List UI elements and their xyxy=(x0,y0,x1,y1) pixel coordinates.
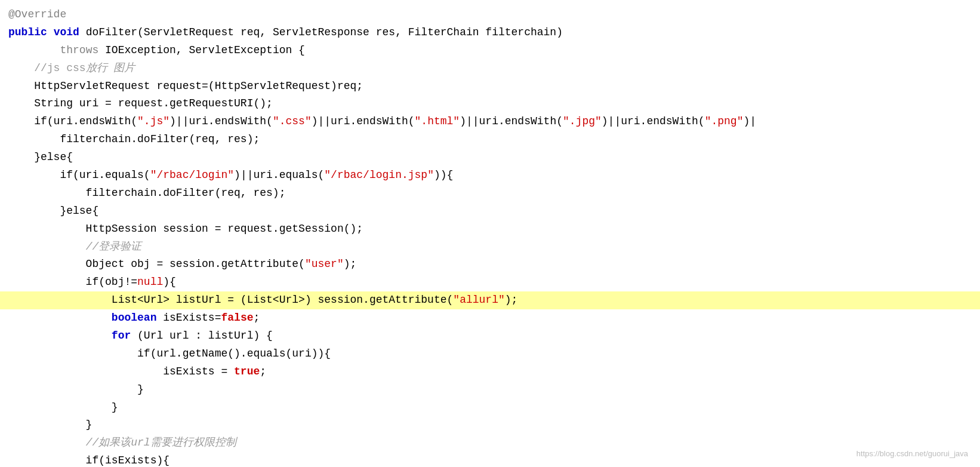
code-token: ; xyxy=(254,310,260,327)
code-line: HttpSession session = request.getSession… xyxy=(0,220,980,238)
code-line: throws IOException, ServletException { xyxy=(0,42,980,60)
code-line: if(isExists){ xyxy=(0,452,980,467)
code-editor: @Overridepublic void doFilter(ServletReq… xyxy=(0,0,980,467)
code-token: } xyxy=(8,400,118,416)
code-line: HttpServletRequest request=(HttpServletR… xyxy=(0,78,980,96)
code-token: "/rbac/login.jsp" xyxy=(324,167,434,184)
code-token: //js css xyxy=(34,60,85,77)
code-token: if(isExists){ xyxy=(8,453,170,467)
code-line: Object obj = session.getAttribute("user"… xyxy=(0,256,980,274)
code-token: 放行 图片 xyxy=(86,60,135,77)
code-token: )||uri.endsWith( xyxy=(602,113,705,130)
code-token: if(uri.endsWith( xyxy=(8,113,137,130)
code-token: ){ xyxy=(163,274,176,291)
code-token: void xyxy=(54,24,86,41)
code-line: public void doFilter(ServletRequest req,… xyxy=(0,24,980,42)
code-line: filterchain.doFilter(req, res); xyxy=(0,185,980,202)
code-token: )){ xyxy=(434,167,453,184)
code-line: //登录验证 xyxy=(0,238,980,256)
code-line: } xyxy=(0,416,980,434)
code-token xyxy=(8,239,86,256)
code-token: List<Url> listUrl = (List<Url>) session.… xyxy=(8,292,453,309)
code-token: String uri = request.getRequestURI(); xyxy=(8,96,273,112)
code-token: isExists = xyxy=(8,364,234,380)
code-token: false xyxy=(221,310,253,327)
code-token: "/rbac/login" xyxy=(150,167,234,184)
code-line: @Override xyxy=(0,6,980,24)
code-token: public xyxy=(8,24,54,41)
code-token: doFilter(ServletRequest req, ServletResp… xyxy=(86,24,563,41)
code-token: }else{ xyxy=(8,203,98,220)
code-token xyxy=(8,42,60,59)
code-line: for (Url url : listUrl) { xyxy=(0,327,980,345)
code-token: )| xyxy=(743,113,756,130)
code-token: (Url url : listUrl) { xyxy=(131,328,273,345)
code-line: //js css放行 图片 xyxy=(0,60,980,78)
code-line: if(uri.endsWith(".js")||uri.endsWith(".c… xyxy=(0,113,980,131)
code-token: ".html" xyxy=(415,113,460,130)
code-token: true xyxy=(234,364,260,380)
code-token: "user" xyxy=(305,256,344,273)
code-token: ".jpg" xyxy=(563,113,602,130)
code-token: )||uri.endsWith( xyxy=(460,113,563,130)
watermark: https://blog.csdn.net/guorui_java xyxy=(856,448,968,460)
code-line: if(uri.equals("/rbac/login")||uri.equals… xyxy=(0,167,980,185)
code-token: if(obj!= xyxy=(8,274,137,291)
code-token: filterchain.doFilter(req, res); xyxy=(8,131,260,148)
code-token: } xyxy=(8,417,92,434)
code-token: HttpServletRequest request=(HttpServletR… xyxy=(8,78,363,95)
code-token: IOException, ServletException { xyxy=(98,42,305,59)
code-line: } xyxy=(0,381,980,399)
code-token: )||uri.endsWith( xyxy=(312,113,415,130)
code-token: null xyxy=(137,274,163,291)
code-token: isExists= xyxy=(156,310,221,327)
code-token: )||uri.endsWith( xyxy=(170,113,273,130)
code-line: List<Url> listUrl = (List<Url>) session.… xyxy=(0,291,980,309)
code-token: ; xyxy=(260,364,266,380)
code-token: } xyxy=(8,382,144,398)
code-token: for xyxy=(112,328,131,345)
code-token: @Override xyxy=(8,7,66,23)
code-token: "allurl" xyxy=(453,292,504,309)
code-token xyxy=(8,60,34,77)
code-token: if(url.getName().equals(uri)){ xyxy=(8,346,331,362)
code-line: }else{ xyxy=(0,149,980,167)
code-token: }else{ xyxy=(8,149,73,166)
code-token: )||uri.equals( xyxy=(234,167,324,184)
code-token: if(uri.equals( xyxy=(8,167,150,184)
code-token: filterchain.doFilter(req, res); xyxy=(8,185,285,202)
code-token: boolean xyxy=(112,310,157,327)
code-line: if(url.getName().equals(uri)){ xyxy=(0,345,980,363)
code-token: throws xyxy=(60,42,98,59)
code-token: ".css" xyxy=(273,113,312,130)
code-line: String uri = request.getRequestURI(); xyxy=(0,95,980,113)
code-line: boolean isExists=false; xyxy=(0,309,980,327)
code-token xyxy=(8,435,86,451)
code-token: ); xyxy=(505,292,518,309)
code-token: Object obj = session.getAttribute( xyxy=(8,256,305,273)
code-line: filterchain.doFilter(req, res); xyxy=(0,131,980,149)
code-token: //如果该url需要进行权限控制 xyxy=(86,435,236,451)
code-line: }else{ xyxy=(0,202,980,220)
code-token: //登录验证 xyxy=(86,239,142,256)
code-token: ".png" xyxy=(705,113,744,130)
code-token: ); xyxy=(344,256,357,273)
code-line: if(obj!=null){ xyxy=(0,274,980,291)
code-token: HttpSession session = request.getSession… xyxy=(8,221,363,238)
code-block: @Overridepublic void doFilter(ServletReq… xyxy=(0,6,980,467)
code-token: ".js" xyxy=(137,113,170,130)
code-token xyxy=(8,310,112,327)
code-line: isExists = true; xyxy=(0,363,980,381)
code-token xyxy=(8,328,112,345)
code-line: //如果该url需要进行权限控制 xyxy=(0,434,980,452)
code-line: } xyxy=(0,399,980,417)
